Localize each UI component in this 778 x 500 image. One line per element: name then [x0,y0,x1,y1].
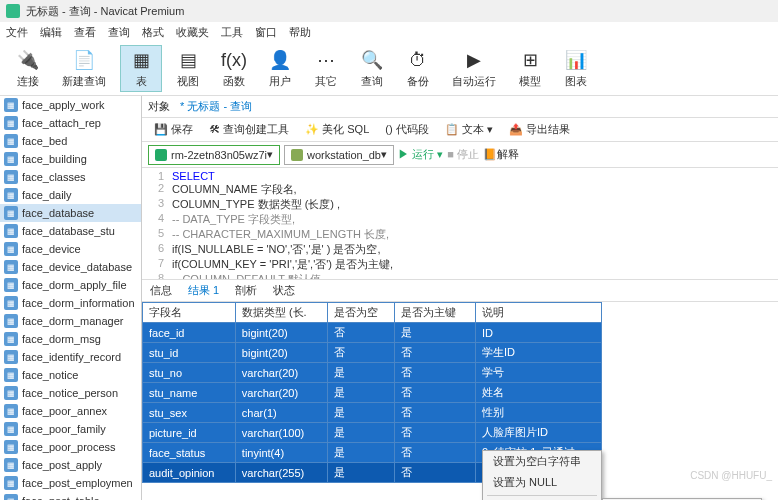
tool-用户[interactable]: 👤用户 [260,46,300,91]
export-button[interactable]: 📤 导出结果 [503,121,576,138]
explain-button[interactable]: 📙解释 [483,147,519,162]
menu-item[interactable]: 窗口 [255,25,277,40]
sql-editor[interactable]: 1SELECT2 COLUMN_NAME 字段名,3 COLUMN_TYPE 数… [142,168,778,280]
sidebar-item[interactable]: ▦face_classes [0,168,141,186]
save-button[interactable]: 💾 保存 [148,121,199,138]
table-icon: ▦ [4,368,18,382]
sidebar-item[interactable]: ▦face_building [0,150,141,168]
tool-其它[interactable]: ⋯其它 [306,46,346,91]
table-row[interactable]: face_idbigint(20)否是ID [143,323,602,343]
sidebar-item[interactable]: ▦face_attach_rep [0,114,141,132]
tab-profile[interactable]: 剖析 [235,283,257,298]
menu-item[interactable]: 编辑 [40,25,62,40]
tool-icon: 📄 [72,48,96,72]
table-icon: ▦ [4,458,18,472]
run-button[interactable]: ▶ 运行 ▾ [398,147,443,162]
tool-icon: ▤ [176,48,200,72]
sidebar-item[interactable]: ▦face_post_table [0,492,141,500]
table-row[interactable]: stu_idbigint(20)否否学生ID [143,343,602,363]
stop-button[interactable]: ■ 停止 [447,147,479,162]
tool-视图[interactable]: ▤视图 [168,46,208,91]
table-icon: ▦ [4,296,18,310]
menu-item[interactable]: 文件 [6,25,28,40]
sidebar-item[interactable]: ▦face_poor_family [0,420,141,438]
tool-icon: ▦ [129,48,153,72]
table-icon: ▦ [4,152,18,166]
context-menu[interactable]: 设置为空白字符串设置为 NULL删除记录复制复制为粘贴显示 [482,450,602,500]
table-icon: ▦ [4,386,18,400]
table-icon: ▦ [4,224,18,238]
column-header[interactable]: 说明 [475,303,601,323]
tool-icon: 🔍 [360,48,384,72]
tool-自动运行[interactable]: ▶自动运行 [444,46,504,91]
column-header[interactable]: 是否为空 [327,303,394,323]
sidebar-item[interactable]: ▦face_device_database [0,258,141,276]
tool-icon: ⏱ [406,48,430,72]
menu-item[interactable]: 收藏夹 [176,25,209,40]
table-icon: ▦ [4,242,18,256]
results-grid[interactable]: 字段名数据类型 (长.是否为空是否为主键说明face_idbigint(20)否… [142,302,778,483]
tab-objects[interactable]: 对象 [148,99,170,114]
tab-info[interactable]: 信息 [150,283,172,298]
sidebar-item[interactable]: ▦face_apply_work [0,96,141,114]
sidebar-item[interactable]: ▦face_post_apply [0,456,141,474]
tool-新建查询[interactable]: 📄新建查询 [54,46,114,91]
snippet-button[interactable]: () 代码段 [379,121,434,138]
table-icon: ▦ [4,350,18,364]
tab-result[interactable]: 结果 1 [188,283,219,298]
ctx-item[interactable]: 设置为空白字符串 [483,451,601,472]
sidebar-item[interactable]: ▦face_daily [0,186,141,204]
connection-combo[interactable]: rm-2zetn83n05wz7i ▾ [148,145,280,165]
menu-item[interactable]: 帮助 [289,25,311,40]
tool-icon: ⊞ [518,48,542,72]
menu-item[interactable]: 工具 [221,25,243,40]
tool-icon: ▶ [462,48,486,72]
sidebar-item[interactable]: ▦face_dorm_information [0,294,141,312]
tool-表[interactable]: ▦表 [120,45,162,92]
tool-查询[interactable]: 🔍查询 [352,46,392,91]
tool-模型[interactable]: ⊞模型 [510,46,550,91]
tab-status[interactable]: 状态 [273,283,295,298]
menu-item[interactable]: 查询 [108,25,130,40]
menu-item[interactable]: 查看 [74,25,96,40]
column-header[interactable]: 是否为主键 [395,303,475,323]
menu-item[interactable]: 格式 [142,25,164,40]
table-row[interactable]: stu_sexchar(1)是否性别 [143,403,602,423]
window-title: 无标题 - 查询 - Navicat Premium [26,4,184,19]
table-icon: ▦ [4,422,18,436]
builder-button[interactable]: 🛠 查询创建工具 [203,121,295,138]
menu-bar: 文件编辑查看查询格式收藏夹工具窗口帮助 [0,22,778,42]
table-row[interactable]: picture_idvarchar(100)是否人脸库图片ID [143,423,602,443]
tool-函数[interactable]: f(x)函数 [214,46,254,91]
sidebar-item[interactable]: ▦face_post_employmen [0,474,141,492]
sidebar[interactable]: ▦face_apply_work▦face_attach_rep▦face_be… [0,96,142,500]
sidebar-item[interactable]: ▦face_dorm_manager [0,312,141,330]
table-icon: ▦ [4,260,18,274]
tool-连接[interactable]: 🔌连接 [8,46,48,91]
sidebar-item[interactable]: ▦face_database [0,204,141,222]
column-header[interactable]: 字段名 [143,303,236,323]
column-header[interactable]: 数据类型 (长. [235,303,327,323]
sidebar-item[interactable]: ▦face_poor_annex [0,402,141,420]
text-button[interactable]: 📋 文本 ▾ [439,121,499,138]
tool-icon: 🔌 [16,48,40,72]
sidebar-item[interactable]: ▦face_dorm_apply_file [0,276,141,294]
table-row[interactable]: stu_namevarchar(20)是否姓名 [143,383,602,403]
sidebar-item[interactable]: ▦face_notice [0,366,141,384]
sidebar-item[interactable]: ▦face_notice_person [0,384,141,402]
table-icon: ▦ [4,134,18,148]
ctx-item[interactable]: 设置为 NULL [483,472,601,493]
editor-tabs: 对象 * 无标题 - 查询 [142,96,778,118]
tab-query[interactable]: * 无标题 - 查询 [180,99,252,114]
sidebar-item[interactable]: ▦face_device [0,240,141,258]
beautify-button[interactable]: ✨ 美化 SQL [299,121,375,138]
sidebar-item[interactable]: ▦face_dorm_msg [0,330,141,348]
table-row[interactable]: stu_novarchar(20)是否学号 [143,363,602,383]
tool-图表[interactable]: 📊图表 [556,46,596,91]
sidebar-item[interactable]: ▦face_identify_record [0,348,141,366]
tool-备份[interactable]: ⏱备份 [398,46,438,91]
database-combo[interactable]: workstation_db ▾ [284,145,394,165]
sidebar-item[interactable]: ▦face_database_stu [0,222,141,240]
sidebar-item[interactable]: ▦face_poor_process [0,438,141,456]
sidebar-item[interactable]: ▦face_bed [0,132,141,150]
